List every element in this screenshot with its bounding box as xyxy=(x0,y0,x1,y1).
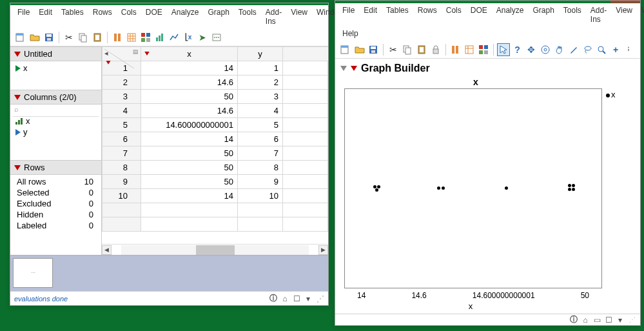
run-script-icon[interactable] xyxy=(210,31,223,44)
grabber-tool-icon[interactable] xyxy=(553,43,566,56)
paste-icon[interactable] xyxy=(91,31,104,44)
scroll-right-icon[interactable]: ▶ xyxy=(318,245,328,255)
save-icon[interactable] xyxy=(367,43,380,56)
maximize-button[interactable] xyxy=(581,1,610,3)
info-icon[interactable]: ⓘ xyxy=(269,293,278,304)
cell-x[interactable]: 14.6 xyxy=(141,104,238,118)
dock-icon[interactable]: ☐ xyxy=(292,294,301,303)
table-row[interactable]: 8508 xyxy=(102,161,328,175)
menu-item[interactable]: File xyxy=(338,3,359,26)
menu-item[interactable]: DOE xyxy=(466,3,492,26)
data-point[interactable] xyxy=(572,184,575,187)
row-number[interactable]: 3 xyxy=(102,90,141,104)
cell-y[interactable]: 9 xyxy=(238,175,283,189)
arrange-icon[interactable] xyxy=(139,31,152,44)
cell-x[interactable]: 14 xyxy=(141,189,238,203)
column-header-x[interactable]: x xyxy=(141,47,238,61)
chart-thumbnail[interactable]: ⋯ xyxy=(13,258,53,288)
cell-x[interactable]: 14.6 xyxy=(141,75,238,90)
menu-item[interactable]: Rows xyxy=(88,5,117,28)
rows-excluded[interactable]: Excluded0 xyxy=(13,198,99,209)
menu-item[interactable]: Window xyxy=(637,3,644,26)
cell-x[interactable]: 14 xyxy=(141,61,238,75)
disclosure-icon[interactable] xyxy=(14,165,21,170)
rows-labeled[interactable]: Labeled0 xyxy=(13,220,99,231)
lock-icon[interactable] xyxy=(429,43,442,56)
excluded-rows-icon[interactable]: ➤ xyxy=(196,31,209,44)
scroll-left-icon[interactable]: ◀ xyxy=(102,245,112,255)
cell-x[interactable]: 50 xyxy=(141,90,238,104)
chart-icon[interactable] xyxy=(153,31,166,44)
cell-y[interactable]: 7 xyxy=(238,146,283,161)
table-row[interactable]: 7507 xyxy=(102,146,328,161)
zoom-tool-icon[interactable] xyxy=(596,43,609,56)
menu-item[interactable]: Rows xyxy=(413,3,442,26)
cell-y[interactable]: 2 xyxy=(238,75,283,90)
menu-arrow-icon[interactable]: ▾ xyxy=(304,294,313,303)
disclosure-icon[interactable] xyxy=(106,61,111,65)
row-number[interactable]: 10 xyxy=(102,189,141,203)
help-tool-icon[interactable]: ? xyxy=(511,43,524,56)
grid-scroll[interactable]: ◂ ▤ x y 1141214.623503414.64514.60000000… xyxy=(102,46,328,244)
lasso-tool-icon[interactable] xyxy=(581,43,594,56)
row-number[interactable]: 8 xyxy=(102,161,141,175)
menu-item[interactable]: Graph xyxy=(203,5,233,28)
row-number[interactable]: 5 xyxy=(102,118,141,132)
menu-arrow-icon[interactable]: ▾ xyxy=(616,316,625,325)
plot-frame[interactable] xyxy=(344,88,602,288)
menu-item[interactable]: Edit xyxy=(34,5,57,28)
open-icon[interactable] xyxy=(353,43,366,56)
row-number[interactable]: 6 xyxy=(102,132,141,146)
scrollbar-thumb[interactable] xyxy=(196,245,235,255)
rows-all[interactable]: All rows10 xyxy=(13,176,99,187)
menu-item[interactable]: Edit xyxy=(359,3,382,26)
menu-item[interactable]: View xyxy=(611,3,637,26)
cell-y[interactable]: 4 xyxy=(238,104,283,118)
layout-icon[interactable]: ▭ xyxy=(592,316,601,325)
data-point[interactable] xyxy=(377,185,380,188)
row-number[interactable]: 7 xyxy=(102,146,141,161)
table-row[interactable]: 414.64 xyxy=(102,104,328,118)
cell-y[interactable]: 6 xyxy=(238,132,283,146)
table-panel-header[interactable]: Untitled xyxy=(10,46,101,61)
rows-hidden[interactable]: Hidden0 xyxy=(13,209,99,220)
save-icon[interactable] xyxy=(43,31,55,44)
table-script-item[interactable]: x xyxy=(13,63,99,74)
cell-y[interactable]: 1 xyxy=(238,61,283,75)
row-number[interactable]: 4 xyxy=(102,104,141,118)
menu-item[interactable]: Tools xyxy=(559,3,586,26)
cell-y[interactable]: 10 xyxy=(238,189,283,203)
data-point[interactable] xyxy=(505,186,508,190)
paste-icon[interactable] xyxy=(415,43,428,56)
menu-item[interactable]: DOE xyxy=(141,5,167,28)
menu-item[interactable]: Tables xyxy=(57,5,88,28)
table-icon[interactable] xyxy=(463,43,476,56)
column-item-y[interactable]: y xyxy=(13,126,99,137)
table-row[interactable]: 101410 xyxy=(102,189,328,203)
minimize-button[interactable] xyxy=(551,1,581,3)
open-icon[interactable] xyxy=(28,31,41,44)
more-tools-icon[interactable]: ⠇ xyxy=(623,43,636,56)
arrow-tool-icon[interactable] xyxy=(497,43,510,56)
menu-item[interactable]: File xyxy=(13,5,34,28)
copy-icon[interactable] xyxy=(77,31,90,44)
home-icon[interactable]: ⌂ xyxy=(581,316,590,325)
column-info-icon[interactable] xyxy=(111,31,124,44)
menu-item[interactable]: Add-Ins xyxy=(586,3,611,26)
close-button[interactable] xyxy=(610,1,640,3)
table-row[interactable]: 9509 xyxy=(102,175,328,189)
new-table-icon[interactable] xyxy=(339,43,352,56)
add-tool-icon[interactable]: + xyxy=(609,43,622,56)
data-point[interactable] xyxy=(437,186,440,190)
legend[interactable]: x xyxy=(606,88,616,288)
rows-selected[interactable]: Selected0 xyxy=(13,187,99,198)
copy-icon[interactable] xyxy=(401,43,414,56)
fit-y-icon[interactable]: ⎣x xyxy=(182,31,195,44)
hotspot-icon[interactable] xyxy=(351,66,357,71)
arrange-icon[interactable] xyxy=(477,43,490,56)
cell-y[interactable]: 3 xyxy=(238,90,283,104)
data-point[interactable] xyxy=(572,188,575,191)
disclosure-icon[interactable] xyxy=(14,95,21,100)
data-point[interactable] xyxy=(568,184,571,187)
column-item-x[interactable]: x xyxy=(13,115,99,126)
